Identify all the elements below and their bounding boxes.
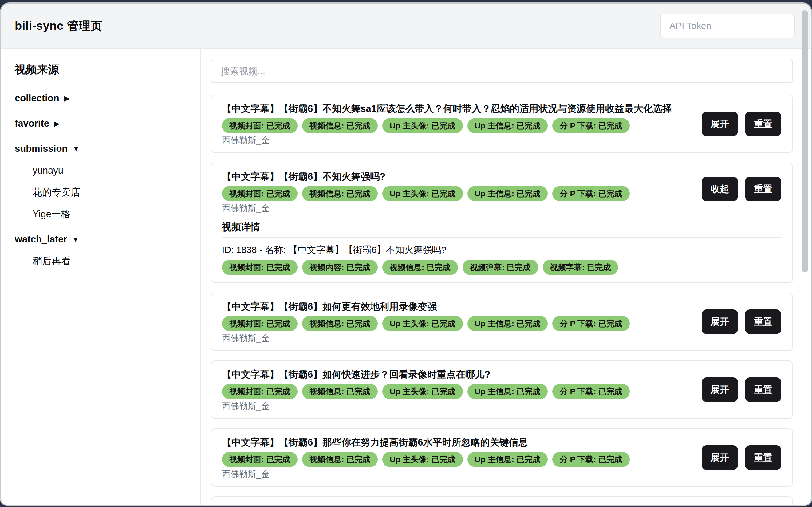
status-badge: 分 P 下载: 已完成: [552, 186, 630, 201]
status-badge-row: 视频封面: 已完成视频信息: 已完成Up 主头像: 已完成Up 主信息: 已完成…: [222, 186, 782, 201]
video-title: 【中文字幕】【街霸6】不知火舞sa1应该怎么带入？何时带入？忍焰的适用状况与资源…: [222, 103, 782, 115]
reset-button[interactable]: 重置: [745, 377, 781, 402]
card-actions: 展开 重置: [702, 112, 781, 136]
status-badge: 视频封面: 已完成: [222, 260, 297, 275]
uploader-name: 西佛勒斯_金: [222, 402, 782, 411]
status-badge: Up 主头像: 已完成: [382, 316, 463, 331]
status-badge-row: 视频封面: 已完成视频信息: 已完成Up 主头像: 已完成Up 主信息: 已完成…: [222, 118, 782, 133]
video-detail-heading: 视频详情: [222, 221, 782, 233]
status-badge: Up 主头像: 已完成: [382, 118, 463, 133]
source-group: submission▼yunayu花的专卖店Yige一格: [15, 144, 188, 219]
source-group-label: favorite: [15, 118, 49, 129]
video-card-list: 【中文字幕】【街霸6】不知火舞sa1应该怎么带入？何时带入？忍焰的适用状况与资源…: [211, 95, 793, 505]
status-badge: 分 P 下载: 已完成: [552, 384, 630, 399]
card-actions: 展开 重置: [702, 309, 781, 334]
status-badge: 视频弹幕: 已完成: [463, 260, 538, 275]
card-actions: 收起 重置: [702, 177, 781, 201]
video-title: 【中文字幕】【街霸6】如何更有效地利用录像变强: [222, 300, 782, 313]
scrollbar-thumb[interactable]: [802, 10, 808, 272]
page-title: bili-sync 管理页: [15, 18, 102, 34]
status-badge: 视频内容: 已完成: [302, 260, 378, 275]
reset-button[interactable]: 重置: [745, 445, 781, 470]
source-group-label: watch_later: [15, 234, 67, 244]
card-actions: 展开 重置: [702, 377, 781, 402]
triangle-right-icon: ▶: [64, 93, 70, 104]
uploader-name: 西佛勒斯_金: [222, 469, 782, 479]
status-badge: Up 主头像: 已完成: [382, 452, 463, 467]
status-badge: 视频封面: 已完成: [222, 452, 297, 467]
source-group-favorite[interactable]: favorite▶: [15, 118, 60, 129]
status-badge: 视频封面: 已完成: [222, 384, 297, 399]
status-badge: Up 主信息: 已完成: [468, 316, 548, 331]
uploader-name: 西佛勒斯_金: [222, 204, 782, 213]
source-group-label: submission: [15, 144, 68, 154]
toggle-expand-button[interactable]: 收起: [702, 177, 738, 201]
source-group: favorite▶: [15, 118, 188, 129]
search-input[interactable]: [211, 60, 793, 83]
video-detail-line: ID: 1838 - 名称: 【中文字幕】【街霸6】不知火舞强吗?: [222, 244, 782, 256]
source-group-submission[interactable]: submission▼: [15, 144, 79, 154]
toggle-expand-button[interactable]: 展开: [702, 112, 738, 136]
status-badge: 视频字幕: 已完成: [543, 260, 618, 275]
reset-button[interactable]: 重置: [745, 177, 781, 201]
status-badge-row: 视频封面: 已完成视频信息: 已完成Up 主头像: 已完成Up 主信息: 已完成…: [222, 316, 782, 331]
source-item[interactable]: 花的专卖店: [15, 187, 80, 198]
status-badge: Up 主头像: 已完成: [382, 384, 463, 399]
source-group-collection[interactable]: collection▶: [15, 93, 69, 104]
status-badge: 视频封面: 已完成: [222, 316, 297, 331]
video-detail-section: 视频详情 ID: 1838 - 名称: 【中文字幕】【街霸6】不知火舞强吗? 视…: [222, 221, 782, 275]
sidebar-heading: 视频来源: [15, 62, 188, 77]
source-group: collection▶: [15, 93, 188, 104]
desktop: { "header": { "title": "bili-sync 管理页", …: [0, 0, 812, 507]
detail-badge-row: 视频封面: 已完成视频内容: 已完成视频信息: 已完成视频弹幕: 已完成视频字幕…: [222, 260, 782, 275]
status-badge: Up 主信息: 已完成: [468, 452, 548, 467]
video-card: 【中文字幕】【街霸6】不知火舞强吗? 视频封面: 已完成视频信息: 已完成Up …: [211, 163, 793, 283]
toggle-expand-button[interactable]: 展开: [702, 377, 738, 402]
status-badge: 视频信息: 已完成: [302, 118, 378, 133]
status-badge: 分 P 下载: 已完成: [552, 118, 630, 133]
reset-button[interactable]: 重置: [745, 309, 781, 334]
status-badge: 视频封面: 已完成: [222, 186, 297, 201]
video-title: 【中文字幕】【街霸6】如何快速进步？回看录像时重点在哪儿?: [222, 369, 782, 381]
status-badge: 视频封面: 已完成: [222, 118, 297, 133]
triangle-right-icon: ▶: [54, 118, 60, 129]
reset-button[interactable]: 重置: [745, 112, 781, 136]
card-actions: 展开 重置: [702, 445, 781, 470]
video-title: 【中文字幕】【街霸6】不知火舞强吗?: [222, 171, 782, 183]
status-badge: 视频信息: 已完成: [302, 384, 378, 399]
source-item[interactable]: yunayu: [15, 165, 63, 176]
status-badge-row: 视频封面: 已完成视频信息: 已完成Up 主头像: 已完成Up 主信息: 已完成…: [222, 384, 782, 399]
source-group-label: collection: [15, 93, 59, 104]
status-badge: Up 主信息: 已完成: [468, 118, 548, 133]
status-badge: Up 主信息: 已完成: [468, 186, 548, 201]
status-badge: Up 主信息: 已完成: [468, 384, 548, 399]
video-card: 【中文字幕】【街霸6】不知火舞sa1应该怎么带入？何时带入？忍焰的适用状况与资源…: [211, 95, 793, 153]
source-group-watch_later[interactable]: watch_later▼: [15, 234, 79, 244]
content-area: 视频来源 collection▶favorite▶submission▼yuna…: [1, 49, 811, 505]
source-item[interactable]: 稍后再看: [15, 256, 71, 266]
status-badge: Up 主头像: 已完成: [382, 186, 463, 201]
status-badge: 分 P 下载: 已完成: [552, 452, 630, 467]
browser-window: bili-sync 管理页 视频来源 collection▶favorite▶s…: [1, 4, 811, 505]
video-list-panel: 【中文字幕】【街霸6】不知火舞sa1应该怎么带入？何时带入？忍焰的适用状况与资源…: [201, 49, 811, 505]
video-card: 【中文字幕】【街霸6】如何选择进攻选项? 视频封面: 已完成视频信息: 已完成U…: [211, 496, 793, 505]
video-card: 【中文字幕】【街霸6】如何快速进步？回看录像时重点在哪儿? 视频封面: 已完成视…: [211, 360, 793, 419]
status-badge: 视频信息: 已完成: [302, 316, 378, 331]
triangle-down-icon: ▼: [72, 234, 79, 244]
uploader-name: 西佛勒斯_金: [222, 334, 782, 343]
triangle-down-icon: ▼: [72, 144, 79, 154]
video-title: 【中文字幕】【街霸6】那些你在努力提高街霸6水平时所忽略的关键信息: [222, 436, 782, 449]
api-token-input[interactable]: [660, 13, 795, 39]
source-group: watch_later▼稍后再看: [15, 234, 188, 266]
source-item[interactable]: Yige一格: [15, 209, 70, 219]
video-title: 【中文字幕】【街霸6】如何选择进攻选项?: [222, 504, 782, 505]
divider: [222, 237, 782, 237]
status-badge: 视频信息: 已完成: [302, 186, 378, 201]
status-badge-row: 视频封面: 已完成视频信息: 已完成Up 主头像: 已完成Up 主信息: 已完成…: [222, 452, 782, 467]
toggle-expand-button[interactable]: 展开: [702, 309, 738, 334]
video-source-sidebar: 视频来源 collection▶favorite▶submission▼yuna…: [1, 49, 201, 505]
video-card: 【中文字幕】【街霸6】如何更有效地利用录像变强 视频封面: 已完成视频信息: 已…: [211, 292, 793, 351]
toggle-expand-button[interactable]: 展开: [702, 445, 738, 470]
status-badge: 视频信息: 已完成: [382, 260, 458, 275]
video-card: 【中文字幕】【街霸6】那些你在努力提高街霸6水平时所忽略的关键信息 视频封面: …: [211, 428, 793, 487]
